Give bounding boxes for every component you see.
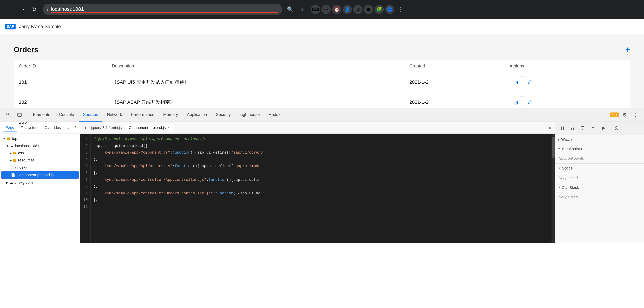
tab-console[interactable]: Console xyxy=(55,108,78,122)
code-line-7: "kyma/sample/app/controller/App.controll… xyxy=(93,176,549,183)
address-input[interactable] xyxy=(51,6,278,13)
more-ext-icon[interactable]: ⋮ xyxy=(396,5,405,14)
cloud-icon: ☁ xyxy=(10,144,14,148)
step-into-button[interactable] xyxy=(578,124,587,133)
devtools-settings-button[interactable]: ⚙ xyxy=(620,110,630,120)
pause-button[interactable] xyxy=(558,124,567,133)
scroll-left-button[interactable]: ◂ xyxy=(80,243,84,243)
inspect-element-button[interactable] xyxy=(4,110,14,120)
col-actions: Actions xyxy=(504,60,630,72)
orders-title: Orders xyxy=(14,45,38,54)
file-tab-overrides[interactable]: Overrides xyxy=(42,124,64,131)
bookmark-button[interactable]: ☆ xyxy=(298,5,308,14)
tree-label: unpkg.com xyxy=(14,180,33,185)
clock-ext-icon[interactable]: ⏰ xyxy=(332,5,341,14)
tab-elements[interactable]: Elements xyxy=(29,108,54,122)
tree-item-index[interactable]: 📄 (index) xyxy=(0,164,80,171)
order-id-cell: 101 xyxy=(14,72,107,92)
tab-application[interactable]: Application xyxy=(183,108,211,122)
sap-app-bar: SAP Jerry Kyma Sample xyxy=(0,19,644,34)
scrollbar-thumb[interactable] xyxy=(552,137,554,158)
add-order-button[interactable]: + xyxy=(625,45,630,55)
svg-line-7 xyxy=(531,81,532,81)
close-tab-icon[interactable]: ✕ xyxy=(167,126,170,130)
back-button[interactable]: ← xyxy=(5,4,16,15)
svg-marker-38 xyxy=(592,127,594,128)
delete-order-button[interactable] xyxy=(510,76,522,88)
deactivate-breakpoints-button[interactable] xyxy=(612,124,621,133)
tab-performance[interactable]: Performance xyxy=(127,108,158,122)
file-tab-filesystem[interactable]: Filesystem xyxy=(18,124,41,131)
puzzle-ext-icon[interactable]: 🧩 xyxy=(374,5,384,14)
folder-icon xyxy=(13,151,17,155)
browser-actions: 🔍 ☆ xyxy=(286,5,308,14)
breakpoints-content: No breakpoints xyxy=(555,154,644,163)
next-tab-button[interactable]: ▸ xyxy=(548,125,553,130)
watch-section-header[interactable]: ▶ Watch xyxy=(555,135,644,144)
tree-item-unpkg[interactable]: ▶ ☁ unpkg.com xyxy=(0,179,80,186)
scope-not-paused: Not paused xyxy=(555,173,644,183)
forward-button[interactable]: → xyxy=(17,4,27,15)
browser-chrome: ← → ↻ ℹ 🔍 ☆ ⌨ 🛡 ⏰ 👤 🖥 ⏺ 🧩 ⋮ xyxy=(0,0,644,19)
step-button[interactable] xyxy=(599,124,608,133)
triangle-down-icon: ▼ xyxy=(558,147,560,150)
vertical-scrollbar[interactable] xyxy=(552,134,555,243)
devtools-body: Page Filesystem Overrides » ⋮ ▼ top ▼ ☁ … xyxy=(0,122,644,243)
search-button[interactable]: 🔍 xyxy=(286,5,295,14)
edit-order-button[interactable] xyxy=(524,76,536,88)
folder-icon xyxy=(13,158,17,162)
table-row: 101 《SAP UI5 应用开发从入门到精通》 2021-1-2 xyxy=(14,72,630,92)
globe-ext-icon[interactable] xyxy=(385,5,394,14)
file-tab-page[interactable]: Page xyxy=(3,124,17,132)
breakpoints-label: Breakpoints xyxy=(562,147,582,151)
code-line-5: "kyma/sample/app/api/orders.js":function… xyxy=(93,163,549,170)
tree-item-localhost[interactable]: ▼ ☁ localhost:1081 xyxy=(0,142,80,149)
scope-section-header[interactable]: ▼ Scope xyxy=(555,164,644,173)
expand-icon: ▼ xyxy=(6,144,9,147)
user-ext-icon[interactable]: 👤 xyxy=(343,5,352,14)
code-line-10: }, xyxy=(93,197,549,204)
tab-sources[interactable]: Sources xyxy=(79,108,102,122)
shield-ext-icon[interactable]: 🛡 xyxy=(322,5,331,14)
tab-redux[interactable]: Redux xyxy=(264,108,284,122)
devtools-more-button[interactable]: ⋮ xyxy=(630,110,640,120)
device-toolbar-button[interactable] xyxy=(14,110,24,120)
tree-item-css[interactable]: ▶ css xyxy=(0,149,80,157)
reload-button[interactable]: ↻ xyxy=(29,4,39,15)
debug-toolbar xyxy=(555,122,644,135)
tab-lighthouse[interactable]: Lighthouse xyxy=(236,108,264,122)
breakpoints-section: ▼ Breakpoints No breakpoints xyxy=(555,144,644,164)
record-ext-icon[interactable]: ⏺ xyxy=(364,5,373,14)
breakpoints-section-header[interactable]: ▼ Breakpoints xyxy=(555,144,644,154)
code-line-6: }, xyxy=(93,170,549,176)
tab-jquery[interactable]: jquery-3.1.1.min.js xyxy=(88,124,125,132)
file-more-tabs-button[interactable]: » xyxy=(68,126,70,130)
prev-tab-button[interactable]: ◂ xyxy=(82,125,88,130)
step-over-button[interactable] xyxy=(568,124,577,133)
call-stack-label: Call Stack xyxy=(562,185,579,190)
tree-item-top[interactable]: ▼ top xyxy=(0,135,80,142)
call-stack-section-header[interactable]: ▼ Call Stack xyxy=(555,183,644,192)
file-options-button[interactable]: ⋮ xyxy=(73,125,78,130)
delete-order-button[interactable] xyxy=(510,96,522,108)
tab-memory[interactable]: Memory xyxy=(159,108,182,122)
screen-ext-icon[interactable]: 🖥 xyxy=(353,5,362,14)
step-out-button[interactable] xyxy=(588,124,598,133)
keyboard-ext-icon[interactable]: ⌨ xyxy=(311,5,320,14)
tree-label: css xyxy=(18,151,24,155)
tab-security[interactable]: Security xyxy=(212,108,235,122)
scope-section: ▼ Scope Not paused xyxy=(555,164,644,183)
tree-item-resources[interactable]: ▶ resources xyxy=(0,157,80,164)
code-line-9: "kyma/sample/app/controller/Orders.contr… xyxy=(93,190,549,197)
sap-logo: SAP xyxy=(5,24,16,30)
extension-icons: ⌨ 🛡 ⏰ 👤 🖥 ⏺ 🧩 ⋮ xyxy=(311,5,405,14)
tab-component-preload[interactable]: Component-preload.js ✕ xyxy=(125,124,173,132)
cloud-icon: ☁ xyxy=(10,180,13,185)
file-icon: 📄 xyxy=(11,173,15,177)
svg-rect-28 xyxy=(561,127,562,130)
tree-item-component-preload[interactable]: 📄 Component-preload.js xyxy=(1,171,79,179)
line-numbers: 12345 678910 11 xyxy=(80,134,91,243)
tab-network[interactable]: Network xyxy=(103,108,126,122)
edit-order-button[interactable] xyxy=(524,96,536,108)
orders-header: Orders + xyxy=(14,45,630,55)
